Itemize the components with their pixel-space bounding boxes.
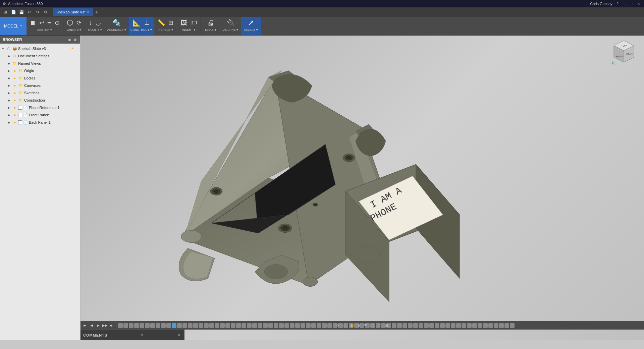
display-mode-icon[interactable]: □ — [370, 323, 376, 329]
frontpanel-check[interactable] — [18, 113, 22, 117]
tree-root-item[interactable]: ▼ ⬡ 📦 Sheikah Slate v3 👁 ⋯ — [0, 45, 80, 52]
new-tab-button[interactable]: + — [94, 9, 100, 15]
root-options-icon[interactable]: ⋯ — [75, 46, 80, 51]
timeline-marker[interactable] — [231, 323, 235, 328]
app-menu-icon[interactable]: ⊞ — [2, 9, 9, 15]
browser-expand-icon[interactable]: ⊕ — [73, 37, 77, 42]
timeline-marker[interactable] — [177, 323, 182, 328]
timeline-marker[interactable] — [188, 323, 193, 328]
timeline-marker[interactable] — [472, 323, 477, 328]
browser-collapse-icon[interactable]: ◀ — [67, 37, 71, 42]
redo-icon[interactable]: ↪ — [34, 9, 41, 15]
timeline-marker[interactable] — [499, 323, 504, 328]
modify-press-pull-button[interactable]: ↕ — [88, 19, 94, 27]
home-view-icon[interactable]: ⌂ — [342, 323, 348, 329]
timeline-marker[interactable] — [215, 323, 219, 328]
timeline-marker[interactable] — [156, 323, 160, 328]
timeline-marker[interactable] — [440, 323, 445, 328]
timeline-marker[interactable] — [140, 323, 144, 328]
timeline-marker[interactable] — [483, 323, 488, 328]
assemble-joint-button[interactable]: 🔩 — [111, 18, 122, 27]
timeline-marker[interactable] — [220, 323, 225, 328]
timeline-marker[interactable] — [182, 323, 187, 328]
timeline-marker[interactable] — [258, 323, 262, 328]
settings-icon[interactable]: ⚙ — [42, 9, 49, 15]
create-extrude-button[interactable]: ⬡ — [65, 18, 74, 28]
model-dropdown[interactable]: MODEL ▼ — [0, 17, 26, 35]
canvases-arrow[interactable]: ▶ — [7, 83, 11, 88]
inspect-measure-button[interactable]: 📏 — [156, 18, 166, 27]
timeline-marker[interactable] — [402, 323, 407, 328]
timeline-marker[interactable] — [150, 323, 155, 328]
named-views-arrow[interactable]: ▶ — [7, 61, 11, 66]
timeline-marker[interactable] — [145, 323, 150, 328]
tree-bodies[interactable]: ▶ ● 📁 Bodies — [0, 74, 80, 82]
addins-scripts-button[interactable]: 🔌 — [225, 18, 236, 27]
timeline-marker[interactable] — [241, 323, 246, 328]
tree-construction[interactable]: ▶ ● 📁 Construction — [0, 97, 80, 104]
timeline-marker[interactable] — [263, 323, 268, 328]
fit-view-icon[interactable]: ⊞ — [356, 323, 362, 329]
timeline-prev-button[interactable]: ◀ — [89, 323, 95, 329]
visual-style-icon[interactable]: ◫ — [377, 323, 383, 329]
sketch-line-button[interactable]: ━ — [46, 18, 53, 27]
timeline-marker[interactable] — [488, 323, 493, 328]
maximize-button[interactable]: □ — [629, 1, 635, 6]
timeline-marker[interactable] — [504, 323, 509, 328]
sketch-create-button[interactable]: ↩ — [38, 18, 46, 27]
timeline-marker[interactable] — [204, 323, 209, 328]
tree-origin[interactable]: ▶ ● 📁 Origin — [0, 67, 80, 74]
doc-settings-arrow[interactable]: ▶ — [7, 54, 11, 58]
pan-icon[interactable]: ✋ — [349, 323, 355, 329]
timeline-marker[interactable] — [478, 323, 482, 328]
close-button[interactable]: ✕ — [636, 1, 641, 6]
tree-phonereference[interactable]: ▶ ● 📄 PhoneReference:1 — [0, 104, 80, 111]
timeline-marker[interactable] — [268, 323, 273, 328]
sketch-circle-button[interactable]: ⊙ — [53, 18, 61, 27]
timeline-marker[interactable] — [247, 323, 252, 328]
create-revolve-button[interactable]: ⟳ — [75, 18, 83, 27]
ribbon-construct[interactable]: 📐 ⊥ CONSTRUCT ▾ — [128, 17, 154, 35]
new-file-icon[interactable]: 📄 — [10, 9, 17, 15]
timeline-marker[interactable] — [306, 323, 311, 328]
construction-arrow[interactable]: ▶ — [7, 98, 11, 103]
timeline-marker[interactable] — [311, 323, 316, 328]
ribbon-addins[interactable]: 🔌 ADD-INS ▾ — [221, 17, 241, 35]
timeline-marker[interactable] — [451, 323, 455, 328]
tree-frontpanel[interactable]: ▶ ● 📄 Front Panel:1 — [0, 111, 80, 119]
timeline-play-button[interactable]: ▶ — [95, 323, 101, 329]
timeline-marker[interactable] — [290, 323, 294, 328]
timeline-marker[interactable] — [236, 323, 241, 328]
orbit-icon[interactable]: ⟳ — [335, 323, 341, 329]
ribbon-assemble[interactable]: 🔩 ASSEMBLE ▾ — [105, 17, 128, 35]
make-3dprint-button[interactable]: 🖨 — [206, 18, 215, 27]
timeline-marker[interactable] — [510, 323, 515, 328]
frontpanel-arrow[interactable]: ▶ — [7, 113, 11, 117]
timeline-marker[interactable] — [166, 323, 171, 328]
timeline-marker[interactable] — [327, 323, 332, 328]
ribbon-modify[interactable]: ↕ ◡ MODIFY ▾ — [85, 17, 105, 35]
timeline-marker[interactable] — [462, 323, 466, 328]
ribbon-make[interactable]: 🖨 MAKE ▾ — [201, 17, 221, 35]
timeline-end-button[interactable]: ⏭ — [109, 323, 115, 329]
minimize-button[interactable]: — — [623, 1, 628, 6]
tree-named-views[interactable]: ▶ 📁 Named Views — [0, 60, 80, 67]
construct-plane-button[interactable]: 📐 — [131, 18, 142, 27]
timeline-marker[interactable] — [429, 323, 434, 328]
insert-decal-button[interactable]: 🏷 — [189, 18, 199, 27]
active-tab[interactable]: Sheikah Slate v3* ✕ — [53, 8, 93, 16]
origin-arrow[interactable]: ▶ — [7, 68, 11, 73]
timeline-marker[interactable] — [435, 323, 439, 328]
timeline-marker[interactable] — [225, 323, 230, 328]
ribbon-insert[interactable]: 🖼 🏷 INSERT ▾ — [177, 17, 201, 35]
viewport[interactable]: TOP RIGHT FRONT — [80, 36, 644, 340]
timeline-marker[interactable] — [408, 323, 413, 328]
comments-expand-icon[interactable]: ⊕ — [139, 333, 145, 338]
phonereference-check[interactable] — [18, 106, 22, 110]
root-eye-icon[interactable]: 👁 — [70, 46, 75, 51]
timeline-marker[interactable] — [193, 323, 198, 328]
timeline-marker[interactable] — [456, 323, 461, 328]
timeline-marker[interactable] — [424, 323, 429, 328]
timeline-marker[interactable] — [123, 323, 128, 328]
timeline-marker[interactable] — [161, 323, 166, 328]
